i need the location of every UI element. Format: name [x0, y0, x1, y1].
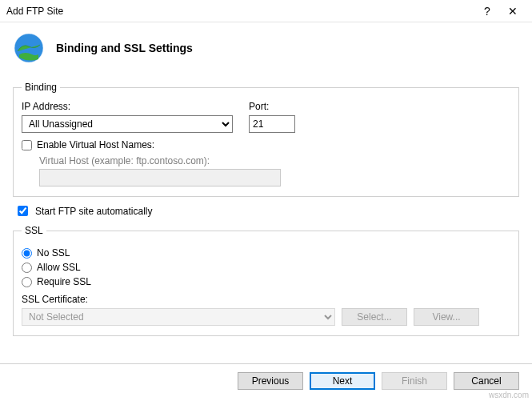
titlebar: Add FTP Site ? ✕: [0, 0, 532, 22]
footer: Previous Next Finish Cancel: [0, 363, 532, 390]
port-label: Port:: [249, 101, 295, 112]
enable-vh-label: Enable Virtual Host Names:: [37, 139, 154, 150]
no-ssl-radio-row[interactable]: No SSL: [22, 247, 510, 259]
enable-vh-checkbox[interactable]: [22, 140, 32, 150]
page-header: Binding and SSL Settings: [0, 22, 532, 77]
virtual-host-label: Virtual Host (example: ftp.contoso.com):: [39, 155, 510, 166]
ssl-group: SSL No SSL Allow SSL Require SSL SSL Cer…: [13, 225, 519, 336]
allow-ssl-radio[interactable]: [22, 263, 32, 273]
page-heading: Binding and SSL Settings: [56, 42, 193, 54]
enable-vh-checkbox-row[interactable]: Enable Virtual Host Names:: [22, 139, 510, 150]
cancel-button[interactable]: Cancel: [454, 372, 519, 390]
port-input[interactable]: [249, 115, 295, 133]
next-button[interactable]: Next: [310, 372, 375, 390]
help-button[interactable]: ?: [474, 2, 500, 21]
watermark: wsxdn.com: [489, 391, 529, 399]
require-ssl-label: Require SSL: [37, 276, 91, 287]
ssl-legend: SSL: [22, 225, 46, 236]
start-auto-checkbox[interactable]: [18, 206, 28, 216]
content: Binding IP Address: All Unassigned Port:…: [0, 77, 532, 336]
require-ssl-radio-row[interactable]: Require SSL: [22, 276, 510, 287]
ip-address-select[interactable]: All Unassigned: [22, 115, 233, 133]
require-ssl-radio[interactable]: [22, 277, 32, 287]
ssl-select-button: Select...: [342, 308, 407, 326]
virtual-host-block: Virtual Host (example: ftp.contoso.com):: [39, 155, 510, 186]
start-auto-checkbox-row[interactable]: Start FTP site automatically: [14, 203, 519, 219]
finish-button: Finish: [382, 372, 447, 390]
ip-address-label: IP Address:: [22, 101, 233, 112]
ssl-cert-label: SSL Certificate:: [22, 294, 510, 305]
binding-group: Binding IP Address: All Unassigned Port:…: [13, 82, 519, 197]
no-ssl-label: No SSL: [37, 247, 70, 259]
allow-ssl-label: Allow SSL: [37, 262, 81, 273]
previous-button[interactable]: Previous: [238, 372, 303, 390]
window-title: Add FTP Site: [6, 6, 474, 17]
allow-ssl-radio-row[interactable]: Allow SSL: [22, 262, 510, 273]
close-button[interactable]: ✕: [500, 2, 526, 21]
ssl-view-button: View...: [414, 308, 479, 326]
start-auto-label: Start FTP site automatically: [35, 206, 153, 217]
globe-icon: [11, 30, 46, 66]
binding-legend: Binding: [22, 82, 60, 93]
ssl-cert-select: Not Selected: [22, 308, 335, 326]
virtual-host-input: [39, 169, 281, 186]
no-ssl-radio[interactable]: [22, 248, 32, 259]
